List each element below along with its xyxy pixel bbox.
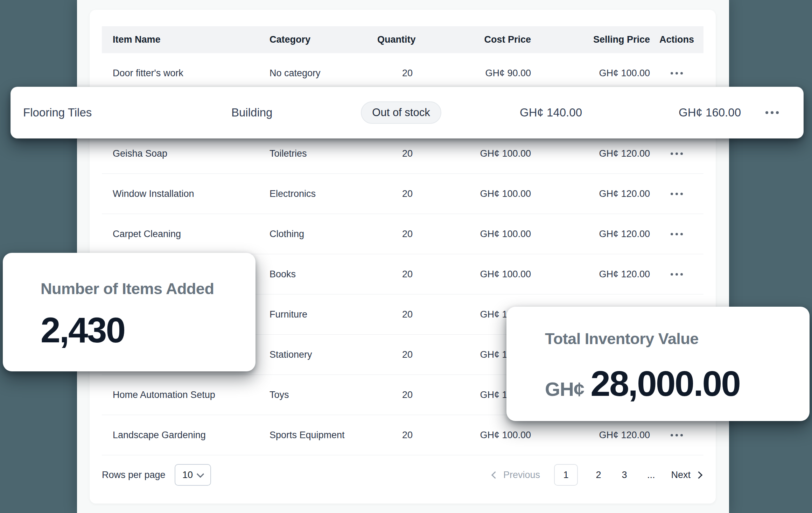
cell-quantity: 20 xyxy=(377,349,413,360)
column-header-item-name: Item Name xyxy=(102,34,270,45)
cell-cost-price: GH¢ 100.00 xyxy=(413,188,531,199)
cell-category: Toys xyxy=(270,390,377,400)
cell-quantity: 20 xyxy=(377,269,413,280)
cell-item-name: Geisha Soap xyxy=(102,148,270,159)
table-header-row: Item NameCategoryQuantityCost PriceSelli… xyxy=(102,26,704,53)
page-ellipsis: ... xyxy=(645,469,657,481)
cell-selling-price: GH¢ 160.00 xyxy=(582,106,741,119)
inventory-value-currency: GH¢ xyxy=(545,378,584,400)
cell-category: Building xyxy=(231,106,347,119)
table-row: Geisha SoapToiletries20GH¢ 100.00GH¢ 120… xyxy=(102,134,704,174)
inventory-value-card: Total Inventory Value GH¢ 28,000.00 xyxy=(506,307,810,421)
rows-per-page-label: Rows per page xyxy=(102,470,166,480)
next-label: Next xyxy=(671,470,691,480)
cell-quantity: 20 xyxy=(377,188,413,199)
table-row: Window InstallationElectronics20GH¢ 100.… xyxy=(102,174,704,214)
cell-cost-price: GH¢ 100.00 xyxy=(413,229,531,240)
column-header-cost-price: Cost Price xyxy=(413,34,531,45)
previous-label: Previous xyxy=(503,470,540,480)
cell-actions xyxy=(741,108,803,117)
cell-selling-price: GH¢ 120.00 xyxy=(531,430,650,441)
cell-actions xyxy=(650,270,704,278)
cell-item-name: Door fitter's work xyxy=(102,68,270,79)
cell-category: Books xyxy=(270,269,377,280)
row-actions-button[interactable] xyxy=(668,230,686,238)
cell-selling-price: GH¢ 120.00 xyxy=(531,188,650,199)
previous-button[interactable]: Previous xyxy=(490,469,542,481)
items-added-card: Number of Items Added 2,430 xyxy=(3,253,255,371)
items-added-value: 2,430 xyxy=(41,310,255,351)
cell-quantity: 20 xyxy=(377,68,413,79)
chevron-down-icon xyxy=(197,470,204,478)
items-added-title: Number of Items Added xyxy=(41,280,255,298)
cell-actions xyxy=(650,190,704,198)
cell-actions xyxy=(650,69,704,77)
cell-category: Sports Equipment xyxy=(270,430,377,441)
cell-item-name: Home Automation Setup xyxy=(102,390,270,400)
column-header-selling-price: Selling Price xyxy=(531,34,650,45)
row-actions-button[interactable] xyxy=(668,150,686,158)
ellipsis-icon xyxy=(671,72,673,74)
page-button-current[interactable]: 1 xyxy=(554,464,578,486)
rows-per-page-group: Rows per page 10 xyxy=(102,464,211,486)
row-actions-button[interactable] xyxy=(668,431,686,439)
next-button[interactable]: Next xyxy=(669,469,704,481)
cell-quantity: 20 xyxy=(377,430,413,441)
cell-cost-price: GH¢ 140.00 xyxy=(455,106,582,119)
ellipsis-icon xyxy=(671,193,673,195)
ellipsis-icon xyxy=(671,273,673,276)
cell-selling-price: GH¢ 120.00 xyxy=(531,229,650,240)
cell-category: Stationery xyxy=(270,349,377,360)
cell-category: Furniture xyxy=(270,309,377,320)
highlighted-row-card[interactable]: Flooring Tiles Building Out of stock GH¢… xyxy=(10,87,804,138)
row-actions-button[interactable] xyxy=(668,270,686,278)
pagination-bar: Rows per page 10 Previous 123... Next xyxy=(102,464,704,486)
row-actions-button[interactable] xyxy=(668,69,686,77)
stock-status-badge: Out of stock xyxy=(361,101,441,124)
rows-per-page-select[interactable]: 10 xyxy=(175,464,211,486)
cell-cost-price: GH¢ 100.00 xyxy=(413,269,531,280)
column-header-actions: Actions xyxy=(650,34,704,45)
cell-actions xyxy=(650,150,704,158)
cell-quantity: 20 xyxy=(377,148,413,159)
cell-selling-price: GH¢ 120.00 xyxy=(531,269,650,280)
cell-cost-price: GH¢ 90.00 xyxy=(413,68,531,79)
inventory-value-amount: 28,000.00 xyxy=(590,363,740,404)
cell-quantity: 20 xyxy=(377,309,413,320)
cell-cost-price: GH¢ 100.00 xyxy=(413,148,531,159)
inventory-value-title: Total Inventory Value xyxy=(545,330,810,348)
table-row: Carpet CleaningClothing20GH¢ 100.00GH¢ 1… xyxy=(102,214,704,254)
page-number-list: 123... xyxy=(554,464,657,486)
chevron-left-icon xyxy=(491,471,499,478)
column-header-quantity: Quantity xyxy=(377,34,413,45)
cell-category: Toiletries xyxy=(270,148,377,159)
cell-item-name: Window Installation xyxy=(102,188,270,199)
page-controls: Previous 123... Next xyxy=(490,464,704,486)
row-actions-button[interactable] xyxy=(763,108,782,117)
row-actions-button[interactable] xyxy=(668,190,686,198)
cell-item-name: Carpet Cleaning xyxy=(102,229,270,240)
cell-cost-price: GH¢ 100.00 xyxy=(413,430,531,441)
ellipsis-icon xyxy=(671,434,673,436)
cell-category: No category xyxy=(270,68,377,79)
cell-category: Electronics xyxy=(270,188,377,199)
cell-quantity: Out of stock xyxy=(347,101,455,124)
app-background: Item NameCategoryQuantityCost PriceSelli… xyxy=(0,0,812,513)
column-header-category: Category xyxy=(270,34,377,45)
ellipsis-icon xyxy=(671,233,673,235)
cell-actions xyxy=(650,230,704,238)
cell-selling-price: GH¢ 100.00 xyxy=(531,68,650,79)
cell-selling-price: GH¢ 120.00 xyxy=(531,148,650,159)
ellipsis-icon xyxy=(671,152,673,155)
cell-item-name: Flooring Tiles xyxy=(23,106,231,119)
chevron-right-icon xyxy=(695,471,702,478)
page-button[interactable]: 3 xyxy=(619,469,630,481)
rows-per-page-value: 10 xyxy=(182,470,193,480)
cell-actions xyxy=(650,431,704,439)
table-row: Landscape GardeningSports Equipment20GH¢… xyxy=(102,415,704,455)
cell-quantity: 20 xyxy=(377,390,413,400)
cell-quantity: 20 xyxy=(377,229,413,240)
cell-category: Clothing xyxy=(270,229,377,240)
page-button[interactable]: 2 xyxy=(593,469,604,481)
cell-item-name: Landscape Gardening xyxy=(102,430,270,441)
